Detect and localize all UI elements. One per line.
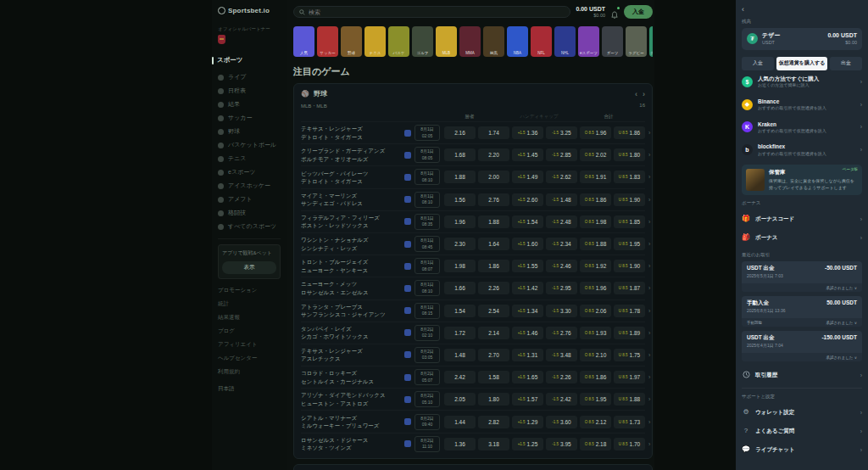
sidebar-item[interactable]: サッカー <box>218 111 281 125</box>
odds-moneyline-away[interactable]: 2.76 <box>478 193 509 206</box>
notifications-bell-icon[interactable] <box>610 8 619 16</box>
odds-handicap-away[interactable]: -1.53.60 <box>546 416 577 428</box>
row-more-markets-chevron-icon[interactable]: › <box>648 352 650 358</box>
wallet-balance-card[interactable]: ₮ テザー USDT 0.00 USDT $0.00 <box>742 28 862 50</box>
odds-moneyline-away[interactable]: 2.70 <box>478 349 509 361</box>
odds-total-over[interactable]: O 8.52.06 <box>580 305 611 317</box>
odds-moneyline-home[interactable]: 1.72 <box>444 327 476 339</box>
odds-handicap-home[interactable]: +1.51.31 <box>512 349 543 361</box>
odds-moneyline-home[interactable]: 1.56 <box>444 193 476 206</box>
odds-total-over[interactable]: O 8.51.91 <box>580 171 611 183</box>
game-row[interactable]: ニューヨーク・メッツ ロサンゼルス・エンゼルス 8月1日 08:10 1.66 … <box>301 277 645 299</box>
odds-total-over[interactable]: O 8.51.92 <box>580 260 611 272</box>
odds-moneyline-away[interactable]: 2.26 <box>478 282 509 294</box>
odds-total-over[interactable]: O 8.51.95 <box>580 393 611 406</box>
sidebar-item[interactable]: 結果 <box>218 98 281 111</box>
game-row[interactable]: ピッツバーグ・パイレーツ デトロイト・タイガース 8月1日 08:10 1.88… <box>301 165 645 187</box>
bonus-item[interactable]: 🎒 ボーナス › <box>742 228 862 247</box>
odds-handicap-away[interactable]: -1.52.26 <box>546 371 577 383</box>
sidebar-sports-header[interactable]: スポーツ <box>212 56 281 64</box>
pager-next-icon[interactable]: › <box>643 90 645 98</box>
matchup[interactable]: テキサス・レンジャーズ アスレチックス <box>301 347 401 363</box>
matchup[interactable]: シアトル・マリナーズ ミルウォーキー・ブリュワーズ <box>301 414 401 430</box>
matchup[interactable]: マイアミ・マーリンズ サンディエゴ・パドレス <box>301 192 401 208</box>
support-item[interactable]: ? よくあるご質問 › <box>742 422 862 440</box>
odds-handicap-away[interactable]: -1.53.30 <box>546 305 577 317</box>
game-row[interactable]: シアトル・マリナーズ ミルウォーキー・ブリュワーズ 8月2日 09:40 1.4… <box>301 410 645 432</box>
odds-total-under[interactable]: U 8.51.87 <box>614 282 645 294</box>
odds-handicap-away[interactable]: -1.52.95 <box>546 282 577 294</box>
transaction-footer[interactable]: 手動調整 承認されました ∨ <box>742 318 862 327</box>
game-row[interactable]: マイアミ・マーリンズ サンディエゴ・パドレス 8月1日 08:10 1.56 2… <box>301 188 645 210</box>
odds-total-under[interactable]: U 8.51.90 <box>614 260 645 272</box>
matchup[interactable]: フィラデルフィア・フィリーズ ボストン・レッドソックス <box>301 214 401 230</box>
odds-moneyline-home[interactable]: 2.05 <box>444 393 476 406</box>
sport-tile[interactable]: 競馬 <box>483 26 504 57</box>
odds-handicap-away[interactable]: -1.53.25 <box>546 126 577 139</box>
odds-handicap-away[interactable]: -1.52.46 <box>546 260 577 272</box>
brand[interactable]: Sportsbet.io <box>218 7 281 14</box>
transaction-footer[interactable]: 承認されました ∨ <box>742 283 862 292</box>
tab-deposit[interactable]: 入金 <box>742 57 774 70</box>
odds-total-under[interactable]: U 8.51.73 <box>614 416 645 428</box>
sport-tile[interactable]: テニス <box>364 26 386 57</box>
row-more-markets-chevron-icon[interactable]: › <box>648 197 650 203</box>
odds-total-over[interactable]: O 8.52.18 <box>580 438 611 450</box>
buy-option[interactable]: $ 人気の方法ですぐに購入 お近くの方法で簡単に購入 › <box>742 70 862 93</box>
odds-total-under[interactable]: U 8.51.89 <box>614 327 645 339</box>
sport-tile[interactable]: 野球 <box>341 26 362 57</box>
odds-moneyline-home[interactable]: 2.16 <box>444 126 476 139</box>
odds-handicap-away[interactable]: -1.52.76 <box>546 327 577 339</box>
odds-moneyline-home[interactable]: 2.42 <box>444 371 476 383</box>
game-row[interactable]: タンパベイ・レイズ シカゴ・ホワイトソックス 8月2日 02:10 1.72 2… <box>301 322 645 344</box>
odds-total-over[interactable]: O 8.52.02 <box>580 148 611 161</box>
odds-handicap-home[interactable]: +1.51.57 <box>512 393 543 406</box>
sport-tile[interactable]: クリケット <box>649 26 653 57</box>
odds-moneyline-away[interactable]: 1.64 <box>478 238 509 250</box>
row-more-markets-chevron-icon[interactable]: › <box>648 308 650 314</box>
odds-handicap-away[interactable]: -1.53.95 <box>546 438 577 450</box>
pager-prev-icon[interactable]: ‹ <box>635 90 637 98</box>
game-row[interactable]: ロサンゼルス・ドジャース ミネソタ・ツインズ 8月2日 11:10 1.36 3… <box>301 433 645 455</box>
odds-moneyline-home[interactable]: 1.54 <box>444 305 476 317</box>
matchup[interactable]: アトランタ・ブレーブス サンフランシスコ・ジャイアンツ <box>301 303 401 319</box>
bonus-item[interactable]: 🎁 ボーナスコード › <box>742 210 862 228</box>
odds-handicap-away[interactable]: -1.53.48 <box>546 349 577 361</box>
sidebar-link[interactable]: プロモーション <box>218 283 281 297</box>
odds-moneyline-away[interactable]: 1.58 <box>478 371 509 383</box>
odds-handicap-away[interactable]: -1.52.85 <box>546 148 577 161</box>
odds-total-over[interactable]: O 8.52.10 <box>580 349 611 361</box>
odds-total-over[interactable]: O 8.51.96 <box>580 282 611 294</box>
support-item[interactable]: ⚙ ウォレット設定 › <box>742 403 862 422</box>
search-input[interactable] <box>309 9 565 15</box>
odds-handicap-home[interactable]: +1.52.60 <box>512 193 543 206</box>
transaction-card[interactable]: USDT 出金 -50.00 USDT 2025年5月1日 7:03 承認されま… <box>742 261 862 292</box>
odds-handicap-away[interactable]: -1.52.48 <box>546 215 577 228</box>
odds-handicap-home[interactable]: +1.51.55 <box>512 260 543 272</box>
promo-button[interactable]: 表示 <box>222 261 276 274</box>
odds-moneyline-away[interactable]: 2.00 <box>478 171 509 183</box>
sidebar-link[interactable]: 統計 <box>218 297 281 311</box>
odds-moneyline-home[interactable]: 1.98 <box>444 260 476 272</box>
matchup[interactable]: コロラド・ロッキーズ セントルイス・カージナルス <box>301 369 401 385</box>
tab-buy-crypto[interactable]: 仮想通貨を購入する <box>776 57 827 70</box>
sidebar-item[interactable]: eスポーツ <box>218 165 281 179</box>
sidebar-item[interactable]: アメフト <box>218 193 281 206</box>
language-selector[interactable]: 日本語 <box>218 385 281 393</box>
sport-tile[interactable]: NHL <box>554 26 576 57</box>
odds-moneyline-away[interactable]: 1.80 <box>478 393 509 406</box>
transaction-card[interactable]: USDT 出金 -150.00 USDT 2025年4月1日 7:04 承認され… <box>742 331 862 361</box>
odds-moneyline-away[interactable]: 2.20 <box>478 148 509 161</box>
row-more-markets-chevron-icon[interactable]: › <box>648 219 650 225</box>
row-more-markets-chevron-icon[interactable]: › <box>648 285 650 291</box>
odds-total-under[interactable]: U 8.51.85 <box>614 215 645 228</box>
sidebar-link[interactable]: アフィリエイト <box>218 338 281 351</box>
game-row[interactable]: コロラド・ロッキーズ セントルイス・カージナルス 8月2日 05:07 2.42… <box>301 366 645 388</box>
sport-tile[interactable]: サッカー <box>317 26 338 57</box>
sport-tile[interactable]: ラグビー <box>626 26 647 57</box>
sport-tile[interactable]: MMA <box>459 26 481 57</box>
sidebar-item[interactable]: バスケットボール <box>218 138 281 152</box>
odds-moneyline-away[interactable]: 1.88 <box>478 215 509 228</box>
odds-handicap-home[interactable]: +1.51.42 <box>512 282 543 294</box>
game-row[interactable]: フィラデルフィア・フィリーズ ボストン・レッドソックス 8月1日 08:35 1… <box>301 210 645 232</box>
